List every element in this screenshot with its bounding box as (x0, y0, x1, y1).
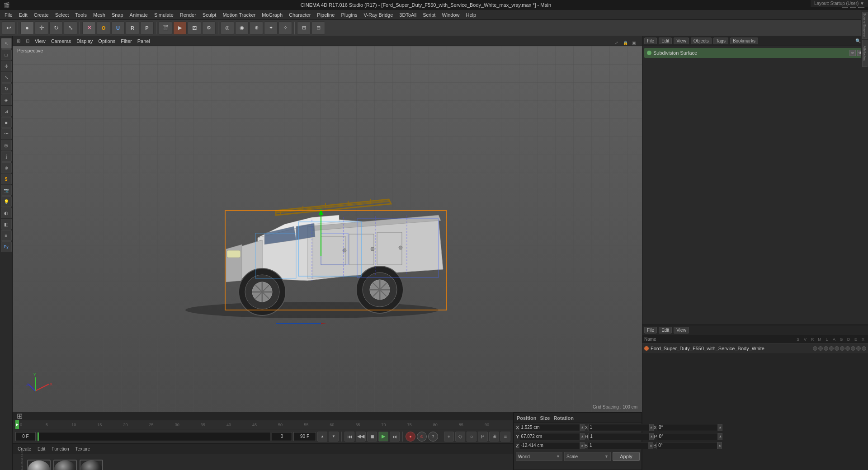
menu-simulate[interactable]: Simulate (151, 11, 176, 19)
use-edge-btn[interactable]: R (126, 21, 139, 35)
flag-circle1[interactable] (813, 346, 817, 351)
world-dropdown[interactable]: World ▼ (516, 452, 562, 461)
coord-x-rot-step[interactable]: ▲ (718, 424, 722, 431)
flag-dot3[interactable] (835, 346, 839, 351)
goto-start-btn[interactable]: ⏮ (344, 432, 354, 442)
add-keyframe-btn[interactable]: + (444, 432, 454, 442)
menu-sculpt[interactable]: Sculpt (200, 11, 219, 19)
timeline-scrubber[interactable] (37, 432, 270, 441)
coord-z-step-up[interactable]: ▲ (580, 442, 585, 449)
attr-view-btn[interactable]: View (674, 327, 689, 334)
menu-mesh[interactable]: Mesh (90, 11, 108, 19)
obj-objects-btn[interactable]: Objects (691, 38, 712, 44)
coord-x-size[interactable] (588, 424, 649, 431)
obj-edit-btn[interactable]: Edit (659, 38, 672, 44)
obj-tags-btn[interactable]: Tags (713, 38, 728, 44)
sidebar-camera[interactable]: 📷 (1, 185, 12, 196)
vp-menu-cameras[interactable]: Cameras (49, 38, 74, 45)
sidebar-effector[interactable]: ⊕ (1, 162, 12, 173)
sidebar-material[interactable]: ◧ (1, 219, 12, 230)
menu-select[interactable]: Select (52, 11, 72, 19)
current-frame-input[interactable] (15, 432, 36, 441)
flag-dot6[interactable] (851, 346, 855, 351)
tool5-btn[interactable]: ✧ (278, 21, 292, 35)
use-point-btn[interactable]: U (111, 21, 125, 35)
tool3-btn[interactable]: ⊕ (250, 21, 263, 35)
truck-model[interactable] (158, 134, 466, 324)
menu-plugins[interactable]: Plugins (338, 11, 360, 19)
frame-start-input[interactable] (272, 432, 292, 441)
flag-dot1[interactable] (824, 346, 828, 351)
3d-viewport[interactable]: Perspective (13, 46, 642, 412)
tool2-btn[interactable]: ◉ (235, 21, 249, 35)
menu-pipeline[interactable]: Pipeline (314, 11, 337, 19)
coord-z-position[interactable] (519, 442, 580, 449)
menu-snap[interactable]: Snap (109, 11, 126, 19)
sidebar-rotate-tool[interactable]: ↻ (1, 83, 12, 94)
scale-btn[interactable]: ⤡ (64, 21, 77, 35)
step-up-btn[interactable]: ▲ (317, 432, 327, 442)
vp-fullscreen-btn[interactable]: ⤢ (613, 39, 620, 47)
sidebar-nurbs[interactable]: ◎ (1, 140, 12, 150)
mat-edit-btn[interactable]: Edit (35, 446, 47, 452)
menu-file[interactable]: File (2, 11, 15, 19)
coord-x-step-up[interactable]: ▲ (580, 424, 585, 431)
sidebar-scale-tool[interactable]: ⤡ (1, 72, 12, 83)
use-object-axis-btn[interactable]: O (97, 21, 110, 35)
step-dn-btn[interactable]: ▼ (329, 432, 339, 442)
keyframe-btn6[interactable]: ≡ (500, 432, 510, 442)
coord-x-size-step[interactable]: ▲ (649, 424, 654, 431)
goto-end-btn[interactable]: ⏭ (390, 432, 400, 442)
render-picture-btn[interactable]: 🖼 (188, 21, 201, 35)
table-row[interactable]: Ford_Super_Duty_F550_with_Service_Body_W… (642, 343, 868, 353)
coord-x-rotation[interactable] (657, 424, 718, 431)
material-swatch-2[interactable]: VR_mat. (80, 460, 103, 470)
attr-edit-btn[interactable]: Edit (659, 327, 672, 334)
record-manual-btn[interactable]: ? (428, 432, 438, 442)
scene-browser-tab[interactable]: Scene Browser (862, 12, 868, 39)
menu-help[interactable]: Help (463, 11, 479, 19)
coord-z-size[interactable] (588, 442, 649, 449)
render-settings-btn[interactable]: ⚙ (202, 21, 216, 35)
attribute-browser-tab[interactable]: Attributes (862, 40, 868, 67)
coord-z-rotation[interactable] (656, 442, 717, 449)
coord-y-position[interactable] (519, 433, 580, 440)
undo-button[interactable]: ↩ (2, 21, 15, 35)
apply-button[interactable]: Apply (613, 452, 640, 461)
flag-dot7[interactable] (856, 346, 861, 351)
sidebar-spline[interactable]: 〜 (1, 128, 12, 139)
sidebar-light[interactable]: 💡 (1, 196, 12, 207)
tool4-btn[interactable]: ✦ (264, 21, 278, 35)
obj-bookmarks-btn[interactable]: Bookmarks (730, 38, 758, 44)
vp-menu-icon2[interactable]: ⊡ (24, 37, 32, 45)
coord-z-size-step[interactable]: ▲ (649, 442, 653, 449)
use-polygon-btn[interactable]: P (140, 21, 154, 35)
material-swatch-0[interactable]: VR_exte (27, 460, 51, 470)
keyframe-btn3[interactable]: ○ (467, 432, 476, 442)
sidebar-S-tool[interactable]: $ (1, 174, 12, 184)
menu-script[interactable]: Script (420, 11, 438, 19)
use-model-btn[interactable]: ✕ (82, 21, 96, 35)
keyframe-btn4[interactable]: P (478, 432, 488, 442)
flag-dot4[interactable] (840, 346, 844, 351)
sidebar-primitive[interactable]: ■ (1, 117, 12, 128)
material-swatch-1[interactable]: VR_inte (53, 460, 77, 470)
vp-menu-options[interactable]: Options (96, 38, 118, 45)
record-btn[interactable]: ● (406, 432, 415, 442)
stop-btn[interactable]: ⏹ (367, 432, 377, 442)
vp-menu-display[interactable]: Display (74, 38, 95, 45)
vp-menu-icon1[interactable]: ⊞ (14, 37, 23, 45)
menu-animate[interactable]: Animate (127, 11, 151, 19)
record-auto-btn[interactable]: ⊙ (417, 432, 427, 442)
sidebar-select-tool[interactable]: □ (1, 49, 12, 60)
coord-z-rot-step[interactable]: ▲ (717, 442, 722, 449)
timeline-ruler[interactable]: ▶ 0 5 10 15 20 25 30 35 40 45 50 55 (13, 420, 513, 429)
menu-render[interactable]: Render (177, 11, 199, 19)
render-region-btn[interactable]: 🎬 (159, 21, 172, 35)
tl-add-marker[interactable]: ⊞ (15, 412, 24, 420)
vp-menu-view[interactable]: View (33, 38, 48, 45)
obj-view-btn[interactable]: View (674, 38, 689, 44)
coord-x-position[interactable] (519, 424, 580, 431)
vp-lock-btn[interactable]: 🔒 (622, 39, 629, 47)
play-forward-btn[interactable]: ▶ (378, 432, 388, 442)
